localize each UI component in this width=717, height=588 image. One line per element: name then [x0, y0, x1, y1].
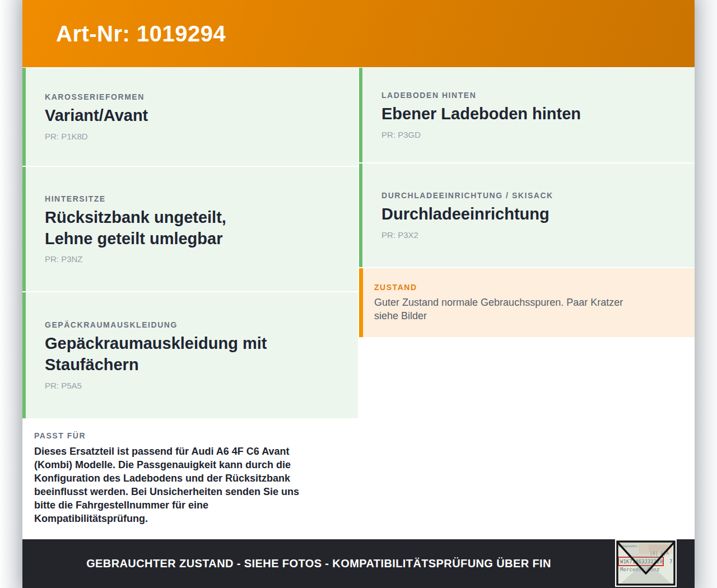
spec-label: KAROSSERIEFORMEN — [45, 92, 342, 101]
spec-value: Variant/Avant — [45, 105, 342, 127]
spec-card-durchlade: DURCHLADEEINRICHTUNG / SKISACK Durchlade… — [359, 164, 695, 267]
spec-card-hintersitze: HINTERSITZE Rücksitzbank ungeteilt, Lehn… — [22, 167, 358, 291]
spec-pr-code: PR: P3X2 — [381, 230, 679, 240]
condition-label: ZUSTAND — [374, 283, 683, 292]
spec-pr-code: PR: P5A5 — [45, 381, 342, 390]
spec-value: Ebener Ladeboden hinten — [381, 104, 679, 125]
spec-pr-code: PR: P1K8D — [45, 132, 342, 141]
spec-label: HINTERSITZE — [45, 194, 342, 203]
article-number-title: Art-Nr: 1019294 — [56, 21, 226, 46]
fits-label: PASST FÜR — [34, 431, 341, 440]
condition-card: ZUSTAND Guter Zustand normale Gebrauchss… — [359, 268, 695, 337]
footer-banner: GEBRAUCHTER ZUSTAND - SIEHE FOTOS - KOMP… — [22, 539, 695, 588]
spec-value: Rücksitzbank ungeteilt, Lehne geteilt um… — [45, 207, 342, 249]
fits-card: PASST FÜR Dieses Ersatzteil ist passend … — [22, 419, 358, 539]
spec-pr-code: PR: P3NZ — [45, 254, 342, 264]
spec-label: DURCHLADEEINRICHTUNG / SKISACK — [381, 191, 679, 200]
right-column: LADEBODEN HINTEN Ebener Ladeboden hinten… — [359, 68, 695, 539]
footer-banner-text: GEBRAUCHTER ZUSTAND - SIEHE FOTOS - KOMP… — [22, 557, 695, 570]
vin-suffix: 7 — [669, 559, 672, 564]
spec-pr-code: PR: P3GD — [381, 130, 679, 139]
left-column: KAROSSERIEFORMEN Variant/Avant PR: P1K8D… — [22, 68, 358, 539]
spec-card-karosserieform: KAROSSERIEFORMEN Variant/Avant PR: P1K8D — [22, 68, 358, 166]
spec-value: Durchladeeinrichtung — [381, 204, 679, 225]
spec-grid: KAROSSERIEFORMEN Variant/Avant PR: P1K8D… — [22, 67, 695, 539]
spec-card-ladeboden: LADEBODEN HINTEN Ebener Ladeboden hinten… — [359, 68, 695, 162]
right-column-spacer — [359, 338, 695, 539]
fits-text: Dieses Ersatzteil ist passend für Audi A… — [34, 445, 341, 526]
spec-value: Gepäckraumauskleidung mit Staufächern — [45, 333, 342, 375]
header-banner: Art-Nr: 1019294 — [22, 0, 695, 67]
condition-text: Guter Zustand normale Gebrauchsspuren. P… — [374, 296, 683, 323]
spec-label: LADEBODEN HINTEN — [381, 91, 679, 100]
product-sheet: Art-Nr: 1019294 KAROSSERIEFORMEN Variant… — [22, 0, 695, 588]
spec-card-gepaeckraum: GEPÄCKRAUMAUSKLEIDUNG Gepäckraumauskleid… — [22, 292, 358, 418]
fin-envelope-graphic: Fahrgestellnr. |4| A|A W1K71463J31228 7 … — [615, 539, 677, 587]
spec-label: GEPÄCKRAUMAUSKLEIDUNG — [45, 320, 342, 329]
